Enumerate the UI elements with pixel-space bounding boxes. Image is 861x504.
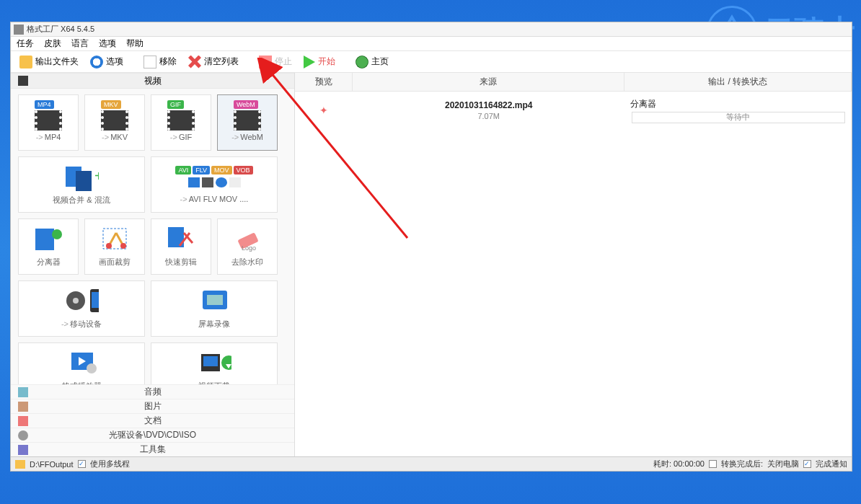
cat-rom[interactable]: 光驱设备\DVD\CD\ISO bbox=[11, 428, 294, 442]
tb-stop[interactable]: 停止 bbox=[255, 54, 296, 70]
app-icon bbox=[14, 25, 24, 35]
sb-output-path[interactable]: D:\FFOutput bbox=[30, 460, 74, 469]
cat-video-label: 视频 bbox=[144, 75, 162, 87]
tb-options[interactable]: 选项 bbox=[86, 54, 128, 70]
badge-gif: GIF bbox=[167, 100, 184, 109]
cat-audio[interactable]: 音频 bbox=[11, 384, 294, 399]
svg-rect-22 bbox=[203, 356, 218, 366]
menu-lang[interactable]: 语言 bbox=[71, 37, 89, 50]
audio-icon bbox=[18, 387, 28, 397]
tb-stop-label: 停止 bbox=[275, 56, 292, 68]
cat-document[interactable]: 文档 bbox=[11, 413, 294, 428]
tile-mobile[interactable]: ->移动设备 bbox=[18, 280, 145, 337]
col-output[interactable]: 输出 / 转换状态 bbox=[624, 73, 852, 91]
tb-home-label: 主页 bbox=[371, 56, 389, 68]
svg-point-7 bbox=[106, 243, 112, 249]
tb-clear-list-label: 清空列表 bbox=[204, 56, 239, 68]
tb-options-label: 选项 bbox=[106, 56, 123, 68]
svg-rect-17 bbox=[207, 295, 223, 305]
home-icon bbox=[356, 56, 368, 68]
video-cat-icon bbox=[18, 76, 28, 86]
svg-rect-4 bbox=[35, 229, 54, 250]
tb-clear-list[interactable]: 清空列表 bbox=[184, 54, 243, 70]
cat-video-header[interactable]: 视频 bbox=[11, 73, 294, 89]
tile-gif[interactable]: GIF ->GIF bbox=[151, 94, 211, 151]
tb-start-label: 开始 bbox=[318, 56, 335, 68]
tile-webm[interactable]: WebM ->WebM bbox=[217, 94, 278, 151]
app-window: 格式工厂 X64 5.4.5 任务 皮肤 语言 选项 帮助 输出文件夹 选项 移… bbox=[10, 22, 852, 472]
sb-elapsed: 耗时: 00:00:00 bbox=[653, 459, 705, 469]
category-list: 音频 图片 文档 光驱设备\DVD\CD\ISO 工具集 bbox=[11, 384, 294, 456]
menu-help[interactable]: 帮助 bbox=[126, 37, 144, 50]
tile-merge[interactable]: + 视频合并 & 混流 bbox=[18, 156, 145, 213]
video-tiles: MP4 ->MP4 MKV ->MKV GIF ->GIF WebM ->Web… bbox=[11, 89, 294, 384]
task-row[interactable]: ✦ 20201031164822.mp4 7.07M 分离器 等待中 bbox=[295, 96, 852, 125]
task-output-cell: 分离器 等待中 bbox=[624, 96, 852, 125]
menu-bar: 任务 皮肤 语言 选项 帮助 bbox=[11, 37, 852, 51]
chk-after-done[interactable] bbox=[709, 460, 717, 468]
status-bar: D:\FFOutput 使用多线程 耗时: 00:00:00 转换完成后: 关闭… bbox=[11, 456, 852, 471]
left-panel: 视频 MP4 ->MP4 MKV ->MKV GIF ->GIF bbox=[11, 73, 295, 456]
tb-start[interactable]: 开始 bbox=[299, 54, 340, 70]
toolbar: 输出文件夹 选项 移除 清空列表 停止 开始 主页 bbox=[11, 51, 852, 73]
task-status: 等待中 bbox=[632, 112, 845, 123]
tile-watermark-remove[interactable]: Logo 去除水印 bbox=[217, 218, 278, 275]
tb-remove[interactable]: 移除 bbox=[139, 54, 181, 70]
tile-mkv[interactable]: MKV ->MKV bbox=[84, 94, 145, 151]
cat-picture[interactable]: 图片 bbox=[11, 399, 294, 413]
task-preview-cell: ✦ bbox=[295, 96, 353, 125]
menu-task[interactable]: 任务 bbox=[17, 37, 34, 50]
task-output-name: 分离器 bbox=[624, 98, 852, 110]
sb-folder-icon[interactable] bbox=[15, 460, 25, 469]
svg-point-20 bbox=[87, 363, 97, 373]
window-title: 格式工厂 X64 5.4.5 bbox=[27, 24, 94, 35]
player-icon bbox=[64, 348, 99, 378]
tile-video-dl[interactable]: 视频下载 bbox=[151, 342, 278, 384]
tile-quick-cut[interactable]: 快速剪辑 bbox=[151, 218, 211, 275]
sb-notify-label: 完成通知 bbox=[816, 459, 847, 469]
tile-mp4[interactable]: MP4 ->MP4 bbox=[18, 94, 79, 151]
toolbox-icon bbox=[18, 445, 28, 455]
tb-home[interactable]: 主页 bbox=[351, 54, 393, 70]
screen-rec-icon bbox=[197, 286, 231, 316]
col-source[interactable]: 来源 bbox=[353, 73, 624, 91]
badge-mp4: MP4 bbox=[35, 100, 54, 109]
clear-icon bbox=[188, 56, 201, 68]
no-preview-icon: ✦ bbox=[319, 105, 328, 116]
main-area: 视频 MP4 ->MP4 MKV ->MKV GIF ->GIF bbox=[11, 73, 852, 456]
sb-multithread-label: 使用多线程 bbox=[90, 459, 130, 469]
svg-point-23 bbox=[221, 355, 231, 370]
eraser-icon: Logo bbox=[230, 224, 265, 254]
remove-icon bbox=[144, 56, 156, 68]
svg-point-8 bbox=[120, 243, 126, 249]
stop-icon bbox=[259, 56, 272, 68]
svg-point-5 bbox=[52, 229, 62, 239]
sb-after-done-label: 转换完成后: bbox=[721, 459, 763, 469]
menu-options[interactable]: 选项 bbox=[99, 37, 116, 50]
svg-text:+: + bbox=[94, 168, 99, 184]
tile-avi-more[interactable]: AVI FLV MOV VOB bbox=[151, 156, 278, 213]
col-preview[interactable]: 预览 bbox=[295, 73, 353, 91]
tile-screen-rec[interactable]: 屏幕录像 bbox=[151, 280, 278, 337]
task-list-header: 预览 来源 输出 / 转换状态 bbox=[295, 73, 852, 92]
quick-cut-icon bbox=[164, 224, 198, 254]
chk-multithread[interactable] bbox=[78, 460, 86, 468]
tb-remove-label: 移除 bbox=[159, 56, 177, 68]
play-icon bbox=[304, 56, 315, 68]
video-dl-icon bbox=[197, 348, 231, 378]
tb-output-folder[interactable]: 输出文件夹 bbox=[15, 54, 83, 70]
task-source-size: 7.07M bbox=[477, 112, 500, 120]
svg-text:Logo: Logo bbox=[242, 244, 256, 252]
tile-crop[interactable]: 画面裁剪 bbox=[84, 218, 145, 275]
tile-player[interactable]: 格式播放器 bbox=[18, 342, 145, 384]
task-source-cell: 20201031164822.mp4 7.07M bbox=[353, 96, 624, 125]
crop-icon bbox=[97, 224, 132, 254]
svg-rect-15 bbox=[92, 292, 99, 308]
document-icon bbox=[18, 416, 28, 426]
badge-webm: WebM bbox=[234, 100, 258, 109]
menu-skin[interactable]: 皮肤 bbox=[44, 37, 61, 50]
cat-toolbox[interactable]: 工具集 bbox=[11, 442, 294, 456]
avi-more-icon: AVI FLV MOV VOB bbox=[197, 162, 231, 192]
tile-splitter[interactable]: 分离器 bbox=[18, 218, 79, 275]
chk-notify[interactable] bbox=[803, 460, 811, 468]
